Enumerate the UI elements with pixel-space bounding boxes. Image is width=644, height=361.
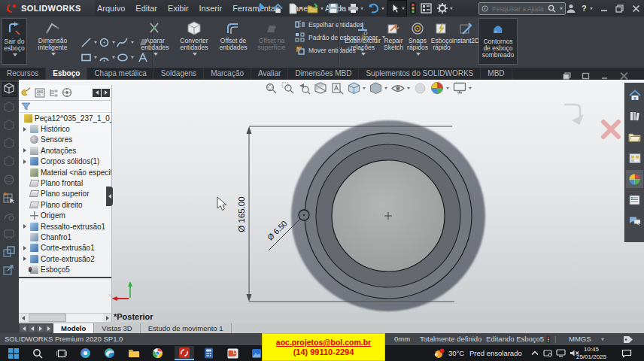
temperature-text[interactable]: 30°C	[448, 345, 464, 361]
doc-minimize-icon[interactable]	[600, 72, 609, 80]
taskbar-search-button[interactable]	[30, 346, 44, 360]
panel-collapse-handle[interactable]	[106, 187, 113, 206]
account-button[interactable]	[566, 0, 576, 17]
view-orientation-caret[interactable]	[363, 87, 366, 89]
search-scope-caret[interactable]	[560, 8, 563, 10]
close-button[interactable]	[632, 0, 640, 17]
taskpane-home[interactable]	[626, 86, 643, 104]
display-relations-button[interactable]: Exibir/excluir relações	[343, 18, 382, 65]
status-tag-icon[interactable]	[623, 335, 633, 344]
zoom-fit-icon[interactable]	[265, 82, 278, 95]
tray-chevron-icon[interactable]	[531, 350, 539, 356]
view-orientation-button[interactable]	[348, 82, 366, 95]
display-manager-tab-icon[interactable]	[62, 87, 72, 98]
tree-scroll-left[interactable]	[19, 314, 27, 322]
tree-item-plano-direito[interactable]: Plano direito	[19, 199, 111, 210]
solidworks-taskbar-button[interactable]	[175, 346, 194, 360]
tab-vistas-3d[interactable]: Vistas 3D	[94, 323, 140, 333]
annotation-views-icon[interactable]	[331, 82, 344, 95]
sketch-mode-tool[interactable]	[3, 192, 17, 205]
notification-center-icon[interactable]	[621, 349, 632, 358]
unit-system-caret[interactable]	[601, 338, 604, 341]
save-caret[interactable]	[340, 8, 343, 10]
minimize-button[interactable]	[600, 0, 608, 17]
tree-item-historico[interactable]: Histórico	[19, 123, 111, 134]
repair-sketch-button[interactable]: Repair Sketch	[382, 18, 405, 65]
view-settings-button[interactable]	[453, 82, 472, 94]
expand-ressalto[interactable]	[23, 224, 29, 229]
display-style-caret[interactable]	[384, 87, 387, 89]
taskpane-appearances[interactable]	[626, 170, 643, 188]
tab-nav-prev[interactable]	[29, 325, 35, 332]
tree-item-esboco5[interactable]: Esboço5	[19, 264, 111, 275]
hide-show-caret[interactable]	[407, 87, 410, 89]
quick-snaps-button[interactable]: Snaps rápidos	[406, 18, 429, 65]
configuration-manager-tab-icon[interactable]	[48, 88, 59, 98]
edit-appearance-icon[interactable]	[414, 82, 427, 95]
quick-sketch-button[interactable]: Esboço rápido	[430, 18, 453, 65]
display-style-button[interactable]	[369, 82, 387, 95]
graphics-area[interactable]: Ø 165.00 Ø 6.50	[0, 80, 644, 323]
apply-scene-caret[interactable]	[446, 87, 449, 89]
select-tool-button[interactable]	[387, 0, 407, 17]
exit-sketch-caret[interactable]	[13, 53, 17, 56]
strip-tool-4[interactable]	[3, 138, 17, 151]
expand-corte1[interactable]	[23, 246, 29, 250]
ellipse-tool[interactable]	[116, 50, 134, 65]
tab-esboco[interactable]: Esboço	[46, 68, 87, 80]
tab-nav-next[interactable]	[37, 325, 44, 332]
tab-estudo-movimento[interactable]: Estudo de movimento 1	[141, 323, 232, 333]
file-explorer-button[interactable]	[126, 346, 141, 360]
help-search[interactable]	[478, 2, 566, 15]
new-document-button[interactable]	[287, 1, 304, 16]
tree-pane-splitter[interactable]	[19, 277, 111, 278]
save-button[interactable]	[327, 1, 345, 16]
arc-caret[interactable]	[112, 56, 115, 59]
strip-tool-3[interactable]	[3, 120, 17, 133]
taskpane-resources[interactable]	[626, 107, 643, 125]
select-caret[interactable]	[402, 8, 405, 10]
tree-item-material[interactable]: Material <não especificad	[19, 167, 111, 177]
strip-tool-11[interactable]	[3, 264, 17, 278]
tab-nav-first[interactable]	[20, 325, 27, 332]
tree-item-corte2[interactable]: Corte-extrusão2	[19, 253, 111, 264]
strip-tool-10[interactable]	[3, 246, 17, 259]
spline-tool[interactable]	[116, 35, 134, 50]
smart-dimension-caret[interactable]	[51, 53, 56, 56]
edge-button[interactable]	[102, 346, 117, 360]
doc-close-icon[interactable]	[619, 71, 629, 80]
tree-item-corte1[interactable]: Corte-extrusão1	[19, 243, 111, 253]
weather-description[interactable]: Pred ensolarado	[469, 345, 522, 361]
tree-root-item[interactable]: Peça12^035_237_1_0_00 - Su	[19, 113, 111, 123]
menu-arquivo[interactable]: Arquivo	[92, 0, 130, 17]
tab-suplementos[interactable]: Suplementos do SOLIDWORKS	[359, 68, 481, 80]
restore-button[interactable]	[615, 0, 624, 17]
doc-restore-icon[interactable]	[582, 72, 590, 80]
strip-tool-9[interactable]	[3, 228, 17, 241]
strip-tool-5[interactable]	[3, 156, 17, 169]
tree-item-chanfro[interactable]: Chanfro1	[19, 232, 111, 242]
options-button[interactable]	[435, 1, 454, 16]
taskpane-forum[interactable]	[626, 212, 643, 230]
tab-mbd[interactable]: MBD	[481, 68, 512, 80]
help-menu[interactable]: ?	[582, 0, 593, 17]
tab-dimensoes-mbd[interactable]: Dimensões MBD	[288, 68, 359, 80]
tab-nav-last[interactable]	[45, 325, 52, 332]
menu-inserir[interactable]: Inserir	[194, 0, 228, 17]
trim-entities-button[interactable]: Aparar entidades	[138, 18, 172, 65]
tree-item-anotacoes[interactable]: Anotações	[19, 145, 111, 156]
print-button[interactable]	[346, 1, 365, 16]
smart-dimension-button[interactable]: Dimensão inteligente	[29, 18, 77, 65]
trim-caret[interactable]	[153, 53, 158, 56]
start-button[interactable]	[6, 346, 20, 360]
view-settings-caret[interactable]	[469, 87, 472, 89]
strip-tool-8[interactable]	[3, 210, 17, 223]
tree-filter-row[interactable]	[19, 101, 111, 113]
exit-sketch-button[interactable]: Sair do esboço	[2, 18, 27, 65]
convert-caret[interactable]	[193, 53, 197, 56]
display-relations-caret[interactable]	[361, 53, 366, 56]
tree-scroll-right[interactable]	[103, 314, 111, 322]
open-caret[interactable]	[320, 8, 324, 10]
expand-corpos[interactable]	[23, 159, 29, 164]
home-button[interactable]	[271, 1, 285, 16]
